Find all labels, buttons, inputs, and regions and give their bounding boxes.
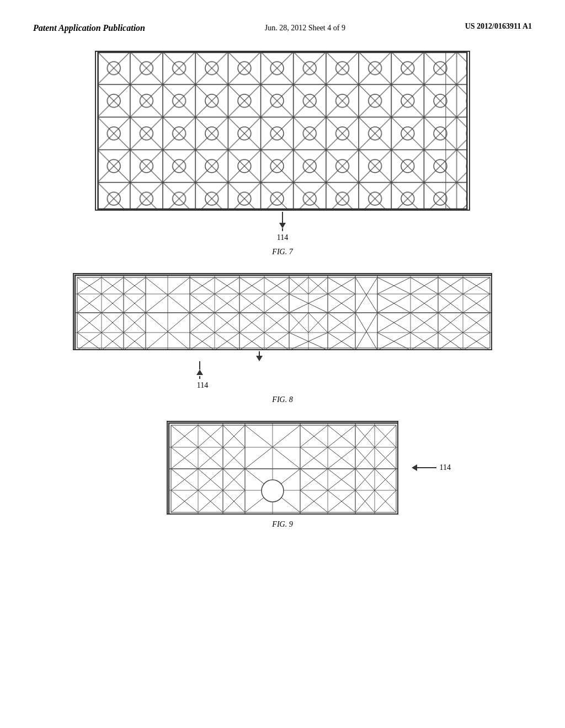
fig7-ref-label: 114 <box>277 233 288 242</box>
fig8-ref-label: 114 <box>197 381 208 390</box>
sheet-info: Jun. 28, 2012 Sheet 4 of 9 <box>265 22 345 34</box>
page: Patent Application Publication Jun. 28, … <box>0 0 565 728</box>
fig8-label: FIG. 8 <box>272 395 292 404</box>
fig9-label: FIG. 9 <box>272 520 292 529</box>
fig7-arrow <box>279 212 286 231</box>
fig9-arrow-container: 114 <box>412 463 451 472</box>
figure-9-section: 114 FIG. 9 <box>33 421 532 529</box>
fig9-arrow-line <box>417 467 436 468</box>
fig9-ref-label: 114 <box>440 463 451 472</box>
page-header: Patent Application Publication Jun. 28, … <box>33 22 532 34</box>
fig9-drawing <box>167 421 398 515</box>
figure-8-section: 114 FIG. 8 <box>33 273 532 404</box>
fig7-label: FIG. 7 <box>272 248 292 256</box>
fig8-drawing <box>73 273 492 350</box>
fig9-arrow-head <box>412 464 417 471</box>
fig9-wrapper: 114 <box>167 421 398 515</box>
patent-number: US 2012/0163911 A1 <box>465 22 532 31</box>
fig8-arrow <box>148 351 263 361</box>
svg-rect-6 <box>98 52 468 210</box>
publication-title: Patent Application Publication <box>33 22 145 34</box>
fig8-arrow-wrap <box>196 361 203 379</box>
fig7-drawing <box>95 51 470 211</box>
svg-point-222 <box>262 480 284 502</box>
figure-7-section: 114 FIG. 7 <box>33 51 532 256</box>
